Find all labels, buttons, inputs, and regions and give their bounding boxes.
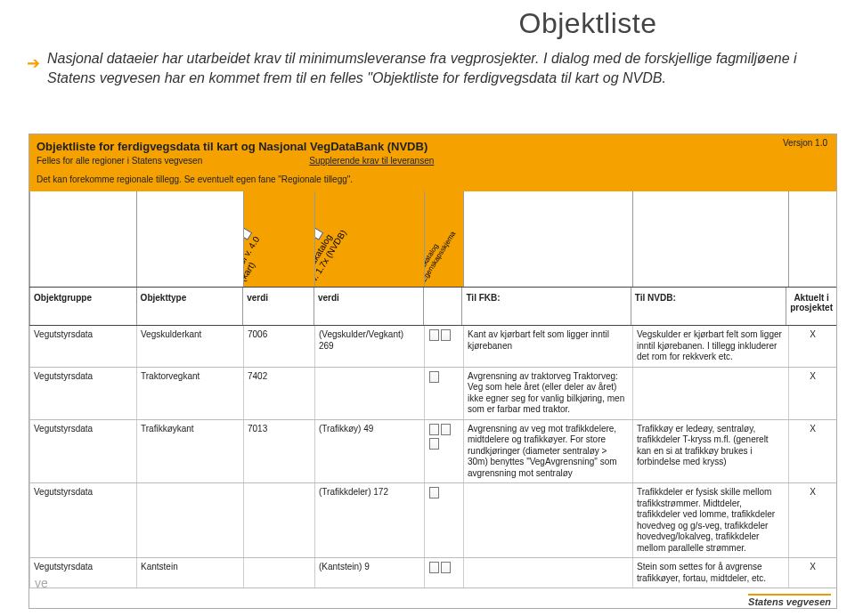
document-icon[interactable] — [429, 329, 439, 341]
diag-sosi: SOSI v. 4.0 (kart) — [243, 191, 314, 287]
document-icon[interactable] — [429, 424, 439, 435]
col-verdi2: verdi — [314, 288, 423, 325]
table-row: VegutstyrsdataTraktorvegkant7402Avgrensn… — [29, 368, 836, 420]
diagonal-header-band: SOSI v. 4.0 (kart) Datakatalog v. 1.7x (… — [29, 191, 836, 288]
supplerende-link[interactable]: Supplerende krav til leveransen — [309, 156, 434, 166]
version-label: Versjon 1.0 — [783, 138, 827, 148]
document-icon[interactable] — [441, 562, 451, 573]
document-icon[interactable] — [429, 562, 439, 573]
col-fkb: Til FKB: — [461, 288, 630, 325]
slide-title: Objektliste — [321, 7, 855, 40]
diag-sosi2: SOSI Datakatalog Egenskapsskjema — [424, 191, 463, 287]
intro-text: Nasjonal dataeier har utarbeidet krav ti… — [47, 49, 819, 87]
document-icon[interactable] — [441, 329, 451, 341]
col-verdi1: verdi — [242, 288, 314, 325]
col-objekttype: Objekttype — [136, 288, 243, 325]
note-text: Det kan forekomme regionale tillegg. Se … — [37, 174, 829, 184]
document-icon[interactable] — [429, 487, 439, 498]
felles-text: Felles for alle regioner i Statens vegve… — [37, 156, 202, 166]
table-row: VegutstyrsdataTrafikkøykant7013(Trafikkø… — [29, 420, 836, 484]
table-row: Vegutstyrsdata(Trafikkdeler) 172Trafikkd… — [29, 483, 836, 558]
doc-title: Objektliste for ferdigvegsdata til kart … — [37, 140, 829, 154]
col-aktuelt: Aktuelt i prosjektet — [786, 288, 836, 325]
svv-logo: Statens vegvesen — [748, 594, 831, 607]
truncated-text: ve — [35, 576, 48, 590]
table-row: VegutstyrsdataVegskulderkant7006(Vegskul… — [29, 326, 836, 368]
doc-header-band: Versjon 1.0 Objektliste for ferdigvegsda… — [29, 134, 836, 191]
arrow-icon: ➔ — [27, 53, 40, 74]
embedded-spreadsheet: Versjon 1.0 Objektliste for ferdigvegsda… — [28, 134, 837, 609]
table-row: VegutstyrsdataKantstein(Kantstein) 9Stei… — [29, 558, 836, 588]
col-objektgruppe: Objektgruppe — [29, 288, 136, 325]
table-header-row: Objektgruppe Objekttype verdi verdi Til … — [29, 288, 836, 326]
diag-datakatalog: Datakatalog v. 1.7x (NVDB) — [314, 191, 424, 287]
col-nvdb: Til NVDB: — [631, 288, 786, 325]
document-icon[interactable] — [429, 438, 439, 450]
document-icon[interactable] — [429, 371, 439, 383]
document-icon[interactable] — [441, 424, 451, 435]
intro-block: ➔ Nasjonal dataeier har utarbeidet krav … — [0, 49, 855, 87]
